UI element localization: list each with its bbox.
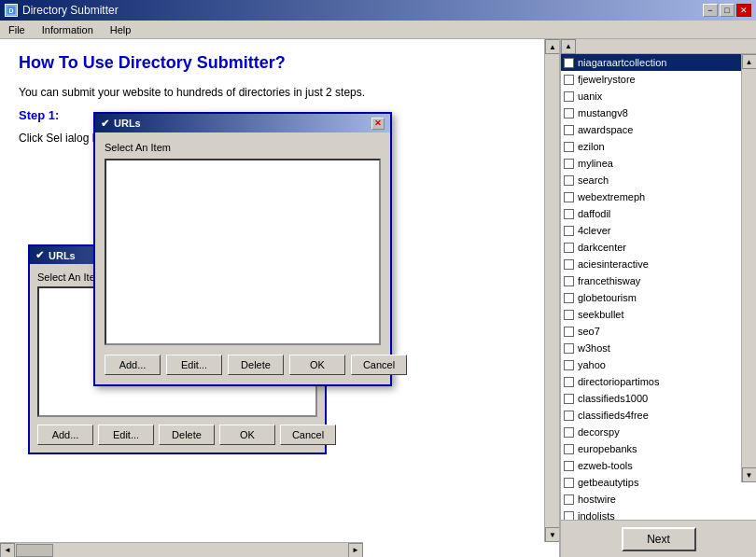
modal-overlay: ✔ URLs ✕ Select An Item Add... Edit... D… <box>0 0 756 557</box>
modal-title-left: ✔ URLs <box>101 118 141 130</box>
modal-add-button[interactable]: Add... <box>105 355 161 375</box>
modal-cancel-button[interactable]: Cancel <box>351 355 407 375</box>
modal-delete-button[interactable]: Delete <box>228 355 284 375</box>
modal-edit-button[interactable]: Edit... <box>166 355 222 375</box>
modal-title-bar: ✔ URLs ✕ <box>95 114 390 132</box>
modal-close-button[interactable]: ✕ <box>371 118 385 130</box>
modal-body: Select An Item Add... Edit... Delete OK … <box>95 132 390 384</box>
modal-dialog-title: URLs <box>114 118 141 129</box>
modal-buttons: Add... Edit... Delete OK Cancel <box>105 355 381 375</box>
modal-ok-button[interactable]: OK <box>289 355 345 375</box>
modal-listbox[interactable] <box>105 159 381 345</box>
modal-urls-dialog: ✔ URLs ✕ Select An Item Add... Edit... D… <box>93 112 392 386</box>
modal-label: Select An Item <box>105 142 381 153</box>
modal-dialog-icon: ✔ <box>101 118 109 130</box>
